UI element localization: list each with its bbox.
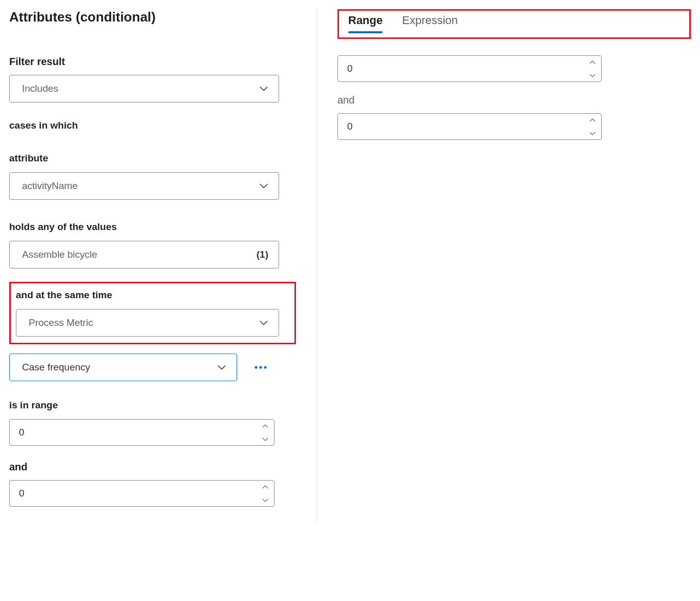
tab-range[interactable]: Range bbox=[348, 14, 383, 32]
same-time-label: and at the same time bbox=[16, 289, 286, 301]
right-panel: Range Expression and bbox=[316, 9, 691, 522]
filter-result-value: Includes bbox=[22, 83, 58, 94]
metric-value: Case frequency bbox=[22, 362, 90, 373]
more-options-button[interactable] bbox=[251, 358, 270, 377]
page-title: Attributes (conditional) bbox=[9, 9, 296, 25]
decrement-button[interactable] bbox=[584, 127, 601, 139]
increment-button[interactable] bbox=[257, 481, 274, 493]
increment-button[interactable] bbox=[584, 114, 601, 127]
in-range-label: is in range bbox=[9, 400, 296, 411]
filter-result-select[interactable]: Includes bbox=[9, 75, 279, 102]
left-panel: Attributes (conditional) Filter result I… bbox=[9, 9, 296, 522]
svg-point-2 bbox=[264, 366, 266, 368]
decrement-button[interactable] bbox=[257, 432, 274, 445]
svg-point-0 bbox=[254, 366, 257, 368]
right-range-to-field[interactable] bbox=[338, 114, 584, 139]
range-from-input[interactable] bbox=[9, 419, 274, 446]
metric-select[interactable]: Case frequency bbox=[9, 354, 237, 381]
decrement-button[interactable] bbox=[584, 69, 601, 81]
attribute-select[interactable]: activityName bbox=[9, 172, 279, 200]
holds-values-select[interactable]: Assemble bicycle (1) bbox=[9, 241, 279, 268]
chevron-down-icon bbox=[259, 181, 268, 191]
svg-point-1 bbox=[259, 366, 262, 368]
same-time-value: Process Metric bbox=[29, 317, 93, 328]
chevron-down-icon bbox=[259, 84, 268, 93]
tabs-highlight: Range Expression bbox=[337, 9, 691, 39]
range-to-field[interactable] bbox=[10, 481, 257, 506]
range-to-input[interactable] bbox=[9, 480, 274, 507]
cases-in-which-label: cases in which bbox=[9, 120, 296, 131]
right-range-to-input[interactable] bbox=[337, 113, 602, 140]
attribute-label: attribute bbox=[9, 153, 296, 164]
holds-values-label: holds any of the values bbox=[9, 221, 296, 233]
chevron-down-icon bbox=[217, 363, 226, 372]
range-from-field[interactable] bbox=[10, 420, 257, 445]
tab-expression[interactable]: Expression bbox=[402, 14, 458, 32]
right-range-from-input[interactable] bbox=[337, 55, 602, 82]
decrement-button[interactable] bbox=[257, 493, 274, 506]
holds-count: (1) bbox=[257, 249, 268, 260]
same-time-select[interactable]: Process Metric bbox=[16, 309, 279, 337]
and-label: and bbox=[9, 461, 296, 473]
filter-result-label: Filter result bbox=[9, 56, 296, 68]
holds-value: Assemble bicycle bbox=[22, 249, 97, 260]
attribute-value: activityName bbox=[22, 180, 78, 192]
increment-button[interactable] bbox=[257, 420, 274, 432]
right-range-from-field[interactable] bbox=[338, 56, 584, 81]
increment-button[interactable] bbox=[584, 56, 601, 69]
same-time-highlight: and at the same time Process Metric bbox=[9, 282, 296, 344]
chevron-down-icon bbox=[259, 318, 268, 327]
right-and-label: and bbox=[337, 94, 691, 106]
